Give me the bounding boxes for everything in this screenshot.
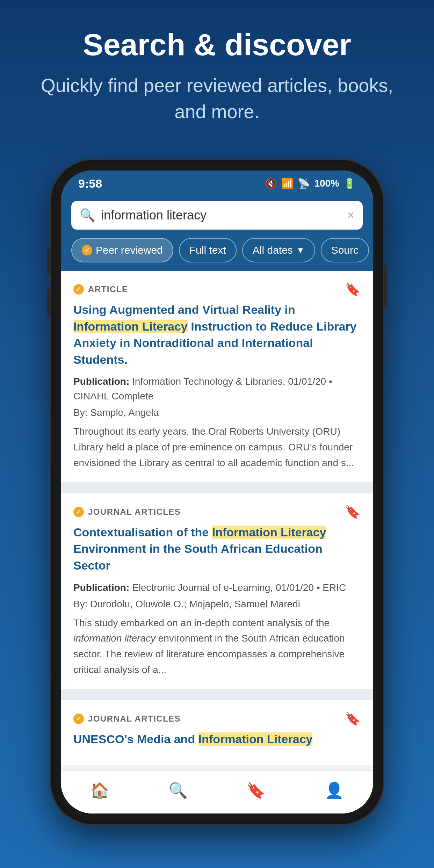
article-abstract-1: Throughout its early years, the Oral Rob… [73,424,361,471]
card-header-1: ARTICLE 🔖 [73,282,361,297]
page-subtitle: Quickly find peer reviewed articles, boo… [28,72,406,125]
bottom-nav: 🏠 🔍 🔖 👤 [61,771,373,813]
filter-row: Peer reviewed Full text All dates ▼ Sour… [61,238,373,271]
signal-icon: 📡 [298,178,310,189]
publication-2: Electronic Journal of e-Learning, 01/01/… [132,582,314,593]
nav-search[interactable]: 🔍 [154,778,202,803]
verified-badge-1 [73,284,84,295]
search-input[interactable]: information literacy [101,208,341,223]
phone-mockup: 9:58 🔇 📶 📡 100% 🔋 🔍 information literacy… [51,160,383,824]
nav-home[interactable]: 🏠 [76,778,123,803]
nav-account[interactable]: 👤 [311,778,358,803]
database-1: CINAHL Complete [73,391,153,402]
article-type-1: ARTICLE [73,284,128,295]
publication-label-1: Publication: [73,376,129,387]
type-label-3: JOURNAL ARTICLES [88,714,181,724]
page-title: Search & discover [28,28,406,62]
article-meta-1: Publication: Information Technology & Li… [73,374,361,404]
abstract-italic-2: information literacy [73,633,155,644]
filter-peer-reviewed[interactable]: Peer reviewed [71,238,173,262]
filter-all-dates[interactable]: All dates ▼ [242,238,315,262]
type-label-1: ARTICLE [88,284,128,294]
article-author-2: By: Durodolu, Oluwole O.; Mojapelo, Samu… [73,599,361,610]
status-time: 9:58 [78,177,102,190]
phone-outer: 9:58 🔇 📶 📡 100% 🔋 🔍 information literacy… [51,160,383,824]
search-nav-icon: 🔍 [168,781,188,800]
title-before-1: Using Augmented and Virtual Reality in [73,303,295,316]
article-abstract-2: This study embarked on an in-depth conte… [73,615,361,678]
publication-1: Information Technology & Libraries, 01/0… [132,376,326,387]
by-label-2: By: [73,599,87,609]
title-after-2: Environment in the South African Educati… [73,542,323,572]
article-meta-2: Publication: Electronic Journal of e-Lea… [73,580,361,595]
battery-icon: 🔋 [343,178,356,189]
header-section: Search & discover Quickly find peer revi… [0,0,434,146]
filter-source[interactable]: Sourc [321,238,369,262]
card-divider-1 [61,488,373,493]
status-icons: 🔇 📶 📡 100% 🔋 [265,178,356,189]
publication-label-2: Publication: [73,582,129,593]
nav-saved[interactable]: 🔖 [232,778,280,803]
saved-icon: 🔖 [246,781,266,800]
article-type-3: JOURNAL ARTICLES [73,714,181,724]
source-label: Sourc [331,244,359,256]
results-area: ARTICLE 🔖 Using Augmented and Virtual Re… [61,271,373,765]
by-label-1: By: [73,407,87,418]
title-before-3: UNESCO's Media and [73,732,198,746]
database-2: ERIC [323,582,346,593]
account-icon: 👤 [325,781,344,800]
filter-full-text[interactable]: Full text [179,238,237,262]
author-name-2: Durodolu, Oluwole O.; Mojapelo, Samuel M… [90,599,300,609]
article-title-3[interactable]: UNESCO's Media and Information Literacy [73,731,361,748]
article-type-2: JOURNAL ARTICLES [73,507,181,517]
title-before-2: Contextualisation of the [73,526,212,539]
wifi-icon: 📶 [281,178,294,189]
article-card-2[interactable]: JOURNAL ARTICLES 🔖 Contextualisation of … [61,493,373,689]
type-label-2: JOURNAL ARTICLES [88,507,181,517]
article-title-1[interactable]: Using Augmented and Virtual Reality in I… [73,302,361,368]
status-bar: 9:58 🔇 📶 📡 100% 🔋 [61,171,373,194]
battery-level: 100% [314,178,339,189]
title-highlight-2: Information Literacy [212,526,326,539]
card-header-2: JOURNAL ARTICLES 🔖 [73,505,361,519]
bookmark-button-2[interactable]: 🔖 [345,505,361,519]
peer-reviewed-label: Peer reviewed [96,244,163,256]
dropdown-arrow-icon: ▼ [296,245,305,255]
article-title-2[interactable]: Contextualisation of the Information Lit… [73,524,361,574]
verified-badge-2 [73,507,84,517]
bookmark-button-1[interactable]: 🔖 [345,282,361,297]
search-bar[interactable]: 🔍 information literacy × [71,201,363,230]
title-highlight-3: Information Literacy [198,732,313,746]
card-divider-2 [61,695,373,700]
home-icon: 🏠 [90,781,109,800]
verified-badge-3 [73,714,84,724]
card-header-3: JOURNAL ARTICLES 🔖 [73,711,361,726]
bookmark-button-3[interactable]: 🔖 [345,711,361,726]
clear-search-button[interactable]: × [347,208,354,223]
article-card-3[interactable]: JOURNAL ARTICLES 🔖 UNESCO's Media and In… [61,700,373,765]
search-icon: 🔍 [80,208,95,223]
mute-icon: 🔇 [265,178,277,189]
all-dates-label: All dates [253,244,293,256]
full-text-label: Full text [189,244,226,256]
phone-screen: 9:58 🔇 📶 📡 100% 🔋 🔍 information literacy… [61,171,373,813]
abstract-before-2: This study embarked on an in-depth conte… [73,617,330,628]
search-area: 🔍 information literacy × [61,194,373,238]
article-author-1: By: Sample, Angela [73,407,361,418]
title-highlight-1: Information Literacy [73,320,188,333]
check-icon [82,245,92,255]
article-card-1[interactable]: ARTICLE 🔖 Using Augmented and Virtual Re… [61,271,373,482]
author-name-1: Sample, Angela [90,407,159,418]
